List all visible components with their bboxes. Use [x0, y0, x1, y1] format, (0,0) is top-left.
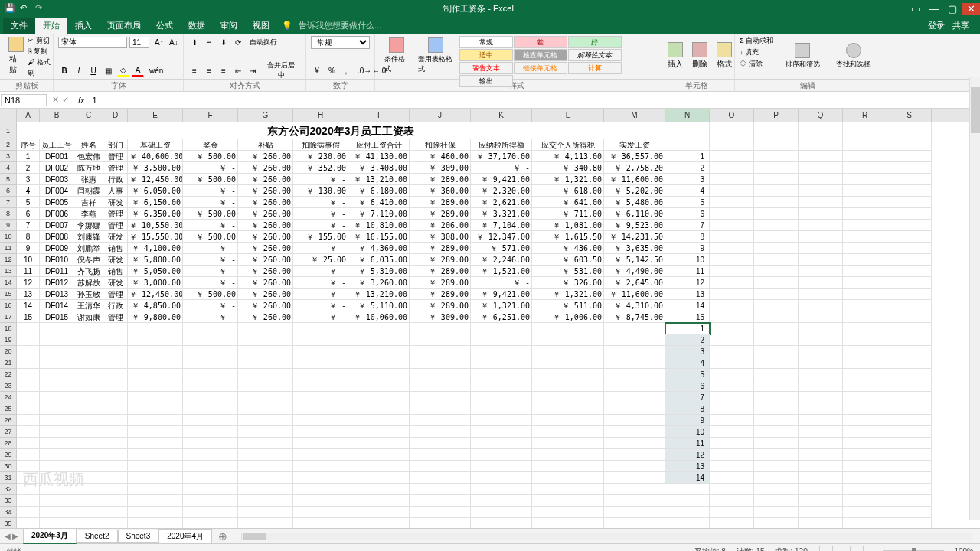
cell[interactable] [843, 185, 887, 197]
cell[interactable] [843, 243, 887, 254]
cell[interactable]: 2 [17, 162, 40, 174]
cell[interactable] [799, 438, 843, 449]
cell[interactable] [710, 266, 754, 277]
cell[interactable] [710, 484, 754, 495]
cell[interactable]: ￥ 260.00 [238, 311, 293, 323]
cell[interactable] [293, 518, 348, 528]
cell[interactable] [843, 495, 887, 507]
cell[interactable] [843, 334, 887, 346]
cell[interactable]: 管理 [103, 162, 128, 174]
cell[interactable] [754, 197, 799, 208]
style-good[interactable]: 好 [568, 36, 622, 48]
cell[interactable] [887, 277, 932, 289]
style-calc[interactable]: 计算 [568, 62, 622, 74]
cell[interactable]: 5 [665, 369, 710, 380]
tab-file[interactable]: 文件 [3, 18, 35, 34]
cell[interactable] [40, 346, 74, 357]
cell[interactable] [74, 495, 103, 507]
cell[interactable]: 吉祥 [74, 197, 103, 208]
tell-me[interactable]: 告诉我您想要做什么... [299, 20, 381, 31]
cell[interactable] [128, 392, 183, 403]
cell[interactable]: 刘康锋 [74, 231, 103, 243]
currency-icon[interactable]: ¥ [311, 65, 323, 77]
cell[interactable] [799, 495, 843, 507]
cell[interactable] [799, 277, 843, 289]
cell[interactable]: ￥ 5,310.00 [348, 266, 410, 277]
cell[interactable] [128, 415, 183, 426]
cell[interactable] [128, 426, 183, 438]
cell[interactable] [103, 449, 128, 461]
cell[interactable] [103, 461, 128, 472]
cell[interactable]: ￥ 6,251.00 [471, 311, 532, 323]
cell[interactable] [754, 122, 799, 139]
cell[interactable] [410, 518, 471, 528]
find-select-button[interactable]: 查找和选择 [831, 35, 875, 77]
cell[interactable]: ￥ 260.00 [238, 277, 293, 289]
cell[interactable]: ￥ 4,310.00 [604, 300, 665, 311]
ribbon-options-icon[interactable]: ▭ [906, 3, 925, 15]
cell[interactable] [40, 518, 74, 528]
cell[interactable]: 7 [665, 220, 710, 231]
cell[interactable] [17, 484, 40, 495]
cell[interactable] [710, 415, 754, 426]
cell[interactable]: 6 [665, 208, 710, 220]
cell[interactable]: 东方公司2020年3月员工工资表 [17, 122, 665, 139]
cell[interactable] [710, 380, 754, 392]
cell[interactable] [532, 507, 604, 518]
row-header[interactable]: 2 [0, 139, 17, 151]
cell[interactable]: 9 [665, 415, 710, 426]
sheet-tab-2[interactable]: Sheet2 [77, 530, 118, 543]
cell[interactable]: ￥ - [293, 289, 348, 300]
cell[interactable] [754, 289, 799, 300]
cell[interactable] [238, 334, 293, 346]
cell[interactable] [40, 369, 74, 380]
cell[interactable] [293, 426, 348, 438]
row-header[interactable]: 15 [0, 289, 17, 300]
cell[interactable] [887, 122, 932, 139]
sheet-tab-4[interactable]: 2020年4月 [158, 529, 212, 544]
cell[interactable]: 3 [665, 346, 710, 357]
cell[interactable] [103, 323, 128, 334]
cell[interactable]: DF001 [40, 151, 74, 162]
cell[interactable] [843, 220, 887, 231]
cell[interactable] [40, 472, 74, 484]
cell[interactable] [183, 449, 238, 461]
cell[interactable]: 11 [665, 266, 710, 277]
col-header-S[interactable]: S [887, 109, 932, 122]
cell[interactable] [754, 461, 799, 472]
cell[interactable] [799, 392, 843, 403]
cell[interactable]: ￥ 9,523.00 [604, 220, 665, 231]
cell[interactable] [128, 334, 183, 346]
cell[interactable] [532, 323, 604, 334]
cell[interactable]: ￥ 37,170.00 [471, 151, 532, 162]
cell[interactable]: ￥ 25.00 [293, 254, 348, 266]
cell[interactable] [754, 415, 799, 426]
cell[interactable]: ￥ - [293, 300, 348, 311]
vertical-scrollbar[interactable] [969, 77, 980, 520]
cell[interactable] [604, 426, 665, 438]
cell[interactable]: ￥ 11,600.00 [604, 174, 665, 185]
cell[interactable]: 3 [665, 174, 710, 185]
cell[interactable] [843, 357, 887, 369]
cell[interactable] [17, 472, 40, 484]
cell[interactable]: ￥ 3,500.00 [128, 162, 183, 174]
select-all-corner[interactable] [0, 109, 17, 122]
cell[interactable] [348, 334, 410, 346]
cell[interactable] [348, 369, 410, 380]
row-header[interactable]: 22 [0, 369, 17, 380]
row-header[interactable]: 29 [0, 449, 17, 461]
cell[interactable]: 12 [665, 277, 710, 289]
cut-button[interactable]: ✂ 剪切 [28, 35, 53, 46]
cell[interactable] [17, 346, 40, 357]
cell[interactable] [103, 357, 128, 369]
style-output[interactable]: 输出 [459, 75, 513, 87]
cell[interactable] [799, 208, 843, 220]
cell[interactable] [348, 346, 410, 357]
cell[interactable] [471, 449, 532, 461]
cell[interactable]: 管理 [103, 220, 128, 231]
delete-cells-button[interactable]: 删除 [688, 35, 712, 77]
merge-button[interactable]: 合并后居中 [261, 59, 301, 82]
undo-icon[interactable]: ↶ [20, 3, 31, 14]
cell[interactable]: ￥ 711.00 [532, 208, 604, 220]
cell[interactable] [17, 495, 40, 507]
